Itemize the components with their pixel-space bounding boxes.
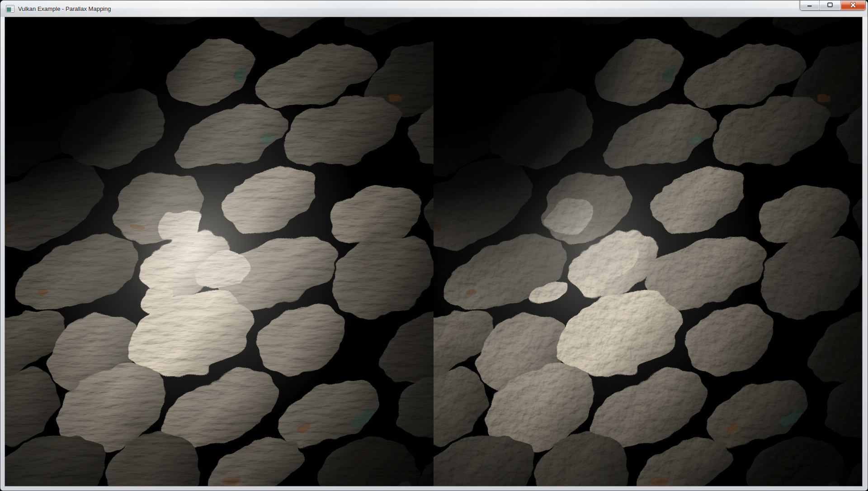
maximize-button[interactable] [820,0,841,10]
window-titlebar[interactable]: Vulkan Example - Parallax Mapping [0,0,868,17]
app-icon-glyph [6,5,14,13]
render-view-left[interactable] [5,17,434,486]
app-icon [6,5,14,13]
window-caption-buttons [800,0,866,10]
rock-render-svg [5,17,434,486]
minimize-icon [806,1,813,9]
minimize-button[interactable] [800,0,820,10]
app-window: Vulkan Example - Parallax Mapping [0,0,868,491]
rock-render-svg [434,17,862,486]
close-button[interactable] [841,0,865,10]
close-icon [849,1,857,9]
window-title: Vulkan Example - Parallax Mapping [18,5,111,12]
render-view-right[interactable] [434,17,862,486]
render-viewport [5,17,863,486]
maximize-icon [826,1,834,9]
